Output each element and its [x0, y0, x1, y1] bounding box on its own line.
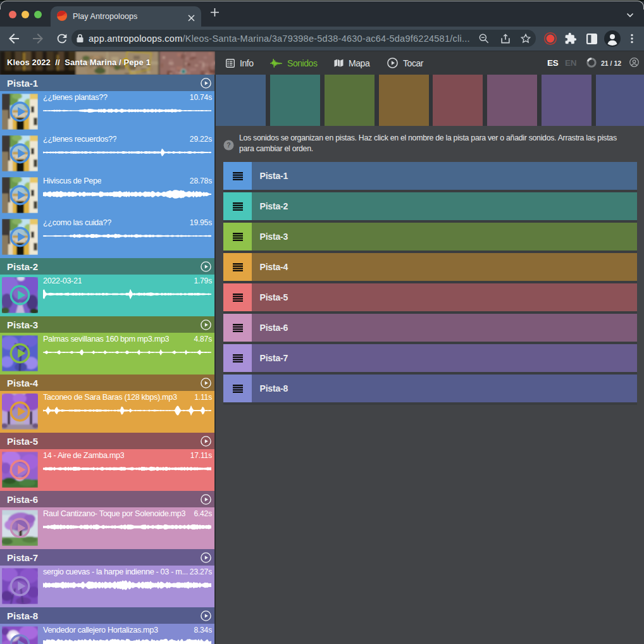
svg-text:?: ? — [226, 141, 230, 149]
